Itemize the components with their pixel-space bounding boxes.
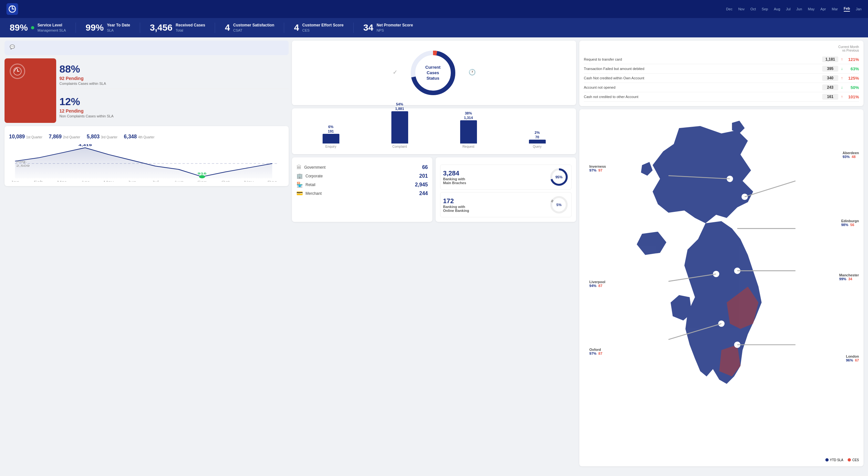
quarter-item-0: 10,0891st Quarter — [9, 134, 42, 140]
sla-cards: 88% 92 Pending Complaints Cases within S… — [4, 58, 289, 123]
pending-clock-icon: 🕐 — [469, 69, 476, 76]
center-bottom-grid: 🏛 Government 66 🏢 Corporate 201 🏪 Retail… — [292, 158, 576, 222]
svg-text:2,509: 2,509 — [16, 164, 30, 167]
nav-item-feb[interactable]: Feb — [844, 6, 850, 11]
sla-percent-complaints: 88% — [59, 63, 289, 75]
right-column: Current Monthvs Previous Request to tran… — [579, 41, 864, 466]
issue-count-2: 340 — [822, 75, 838, 81]
quarter-item-2: 5,8033rd Quarter — [87, 134, 117, 140]
issue-name-2: Cash Not credited within Own Account — [584, 76, 819, 80]
kpi-value-4: 4 — [294, 23, 299, 33]
issue-pct-4: 101% — [845, 95, 859, 99]
center-column: ✓ CurrentCases Status — [292, 41, 576, 466]
issue-row-4: Cash not credited to other Account 161 ↑… — [584, 92, 859, 102]
category-items: 🏛 Government 66 🏢 Corporate 201 🏪 Retail… — [297, 165, 428, 196]
donut-label: CurrentCases Status — [420, 65, 446, 81]
regions-panel: Aberdeen 93%48 Inverness 97%97 Edinburgn… — [579, 109, 864, 466]
comment-box: 💬 — [4, 41, 289, 55]
sla-stat-noncomplaint: 12% 12 Pending Non Complaints Cases with… — [59, 93, 289, 121]
cat-icon-0: 🏛 — [297, 165, 302, 170]
pending-stat: 🕐 — [469, 69, 476, 77]
issue-count-0: 1,181 — [822, 57, 838, 62]
svg-text:Sep: Sep — [197, 180, 207, 181]
sla-stat-complaints: 88% 92 Pending Complaints Cases within S… — [59, 60, 289, 89]
kpi-label-0: Service LevelManagement SLA — [37, 23, 66, 33]
cat-name-2: Retail — [306, 182, 315, 187]
issue-count-3: 243 — [822, 84, 838, 90]
cases-status-panel: ✓ CurrentCases Status — [292, 41, 576, 105]
nav-item-jun[interactable]: Jun — [796, 7, 802, 11]
feedback-bars: 6% 191 Enquiry 54% 1,881 Complaint 38% 1… — [297, 116, 571, 148]
cat-name-1: Corporate — [306, 174, 322, 178]
svg-text:Nov: Nov — [244, 180, 254, 181]
issue-name-4: Cash not credited to other Account — [584, 95, 819, 99]
legend: YTD SLA CES — [584, 458, 859, 462]
svg-text:4,419: 4,419 — [79, 143, 92, 147]
kpi-value-1: 99% — [86, 23, 104, 33]
clock-icon — [10, 64, 25, 79]
kpi-item-0: 89% Service LevelManagement SLA — [10, 23, 76, 33]
svg-text:Avg.: Avg. — [16, 160, 27, 163]
cat-val-0: 66 — [422, 165, 428, 170]
svg-text:Dec: Dec — [268, 180, 277, 181]
cat-val-1: 201 — [419, 173, 428, 179]
map-area: Aberdeen 93%48 Inverness 97%97 Edinburgn… — [584, 117, 859, 456]
legend-dot-sla — [826, 458, 829, 462]
issue-pct-0: 121% — [845, 57, 859, 62]
svg-text:Jul: Jul — [152, 180, 159, 181]
comment-icon: 💬 — [10, 44, 15, 49]
sla-stats: 88% 92 Pending Complaints Cases within S… — [59, 58, 289, 123]
kpi-item-1: 99% Year To DateSLA — [76, 23, 140, 33]
nav-item-sep[interactable]: Sep — [762, 7, 768, 11]
cat-icon-2: 🏪 — [297, 181, 303, 188]
nav-item-mar[interactable]: Mar — [832, 7, 838, 11]
category-item-1: 🏢 Corporate 201 — [297, 173, 428, 179]
legend-dot-ces — [848, 458, 851, 462]
legend-ces: CES — [848, 458, 859, 462]
comment-title: 💬 — [10, 44, 283, 49]
sla-pending-complaints: 92 Pending — [59, 76, 289, 81]
issue-row-3: Account not opened 243 ↓ 50% — [584, 83, 859, 92]
kpi-label-2: Received CasesTotal — [176, 23, 205, 33]
donut-area: ✓ CurrentCases Status — [299, 47, 569, 99]
nav-item-jul[interactable]: Jul — [786, 7, 790, 11]
top-issues-header: Current Monthvs Previous — [584, 45, 859, 52]
issue-count-1: 395 — [822, 66, 838, 72]
donut-chart: CurrentCases Status — [407, 47, 459, 99]
issue-arrow-1: ↓ — [841, 66, 843, 71]
nav-item-nov[interactable]: Nov — [738, 7, 745, 11]
svg-text:Apr: Apr — [81, 180, 90, 181]
main-content: 💬 88% — [0, 37, 868, 470]
svg-text:May: May — [103, 180, 114, 181]
nav-item-may[interactable]: May — [808, 7, 815, 11]
kpi-label-4: Customer Effort ScoreCES — [302, 23, 344, 33]
uk-map — [584, 117, 859, 456]
pending-card — [4, 58, 56, 123]
nav-item-jan[interactable]: Jan — [856, 7, 862, 11]
nav-item-dec[interactable]: Dec — [726, 7, 733, 11]
line-chart: JanFebMarAprMayJunJulAugSepOctNovDecAvg.… — [9, 143, 284, 181]
cat-name-0: Government — [304, 165, 326, 170]
issue-pct-3: 50% — [845, 85, 859, 90]
nav-item-apr[interactable]: Apr — [820, 7, 826, 11]
cat-val-2: 2,945 — [415, 182, 428, 188]
svg-point-19 — [199, 175, 205, 178]
svg-text:Mar: Mar — [57, 180, 66, 181]
received-cases-panel: 10,0891st Quarter7,8692nd Quarter5,8033r… — [4, 126, 289, 186]
oxford-dot — [718, 320, 724, 327]
sla-percent-noncomplaint: 12% — [59, 96, 289, 108]
legend-ytd-sla: YTD SLA — [826, 458, 843, 462]
nav-item-aug[interactable]: Aug — [774, 7, 780, 11]
cat-icon-3: 💳 — [297, 190, 303, 196]
regions-content: Aberdeen 93%48 Inverness 97%97 Edinburgn… — [584, 117, 859, 456]
quarter-item-1: 7,8692nd Quarter — [49, 134, 80, 140]
issue-name-3: Account not opened — [584, 86, 819, 89]
issue-name-1: Transaction Failed but amount debited — [584, 67, 819, 71]
banking-item-0: 3,284 Banking with Main Braches 95% — [440, 165, 571, 190]
resolved-check-icon: ✓ — [393, 69, 398, 76]
kpi-item-2: 3,456 Received CasesTotal — [140, 23, 215, 33]
issue-arrow-2: ↑ — [841, 76, 843, 80]
nav-item-oct[interactable]: Oct — [750, 7, 756, 11]
quarter-item-3: 6,3484th Quarter — [124, 134, 155, 140]
status-dot — [31, 26, 34, 29]
